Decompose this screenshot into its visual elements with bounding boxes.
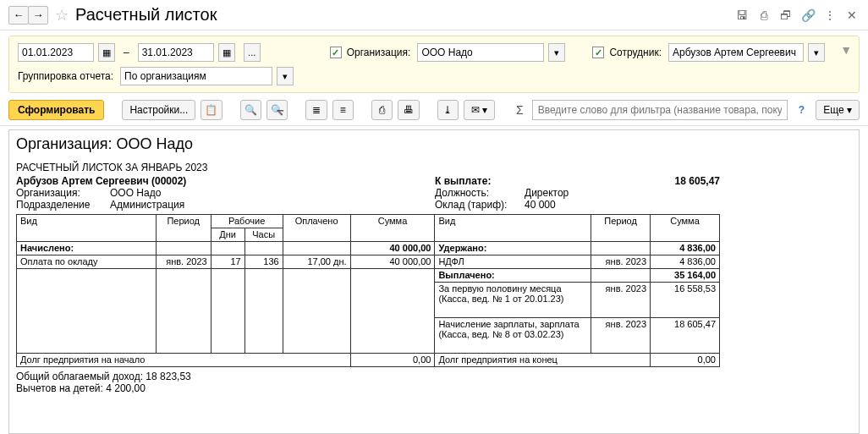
col-rabochie: Рабочие [211, 215, 283, 228]
dept-info-label: Подразделение [16, 199, 105, 211]
withheld-label: Удержано: [435, 242, 591, 255]
date-to-input[interactable] [138, 43, 214, 62]
payout-label: К выплате: [435, 175, 519, 187]
paid-row2-sum: 18 605,47 [651, 318, 720, 354]
accrued-row-period: янв. 2023 [156, 255, 211, 269]
debt-end-value: 0,00 [651, 354, 720, 367]
group-dropdown-button[interactable]: ▾ [277, 67, 294, 85]
org-info-value: ООО Надо [110, 187, 161, 199]
group-label: Группировка отчета: [18, 70, 113, 82]
link-icon[interactable]: 🔗 [800, 8, 816, 23]
more-button[interactable]: Еще ▾ [816, 100, 860, 120]
nav-forward-button[interactable]: → [28, 6, 48, 25]
deductions-line: Вычетов на детей: 4 200,00 [16, 382, 852, 394]
help-button[interactable]: ? [793, 100, 810, 120]
paid-row2-name: Начисление зарплаты, зарплата (Касса, ве… [435, 318, 591, 354]
withheld-row-sum: 4 836,00 [651, 255, 720, 269]
emp-select[interactable]: Арбузов Артем Сергеевич [668, 43, 804, 62]
org-dropdown-button[interactable]: ▾ [548, 43, 565, 62]
print-settings-button[interactable]: 🖶 [398, 100, 419, 120]
favorite-icon[interactable]: ☆ [55, 6, 69, 25]
org-label: Организация: [347, 47, 411, 58]
page-title: Расчетный листок [75, 5, 217, 25]
col-summa-right: Сумма [651, 215, 720, 242]
mail-button[interactable]: ✉ ▾ [464, 100, 495, 120]
salary-label: Оклад (тариф): [435, 199, 519, 211]
preview-icon[interactable]: 🗗 [778, 8, 794, 23]
save-icon[interactable]: 🖫 [734, 8, 750, 23]
debt-start-label: Долг предприятия на начало [17, 354, 351, 367]
accrued-total: 40 000,00 [350, 242, 435, 255]
paid-row1-name: За первую половину месяца (Касса, вед. №… [435, 283, 591, 318]
emp-checkbox[interactable]: ✓ [592, 47, 604, 58]
period-picker-button[interactable]: ... [244, 43, 261, 62]
report-viewport[interactable]: Организация: ООО Надо РАСЧЕТНЫЙ ЛИСТОК З… [8, 129, 860, 434]
accrued-row-days: 17 [211, 255, 244, 269]
paid-row2-period: янв. 2023 [591, 318, 651, 354]
col-vid-left: Вид [17, 215, 157, 242]
col-period-right: Период [591, 215, 651, 242]
col-dni: Дни [211, 228, 244, 242]
withheld-row-period: янв. 2023 [591, 255, 651, 269]
position-value: Директор [525, 187, 569, 199]
col-chasy: Часы [244, 228, 283, 242]
col-oplacheno: Оплачено [283, 215, 350, 242]
paid-label: Выплачено: [435, 269, 591, 283]
save-report-button[interactable]: ⤓ [437, 100, 459, 120]
accrued-row-sum: 40 000,00 [350, 255, 435, 269]
employee-name: Арбузов Артем Сергеевич (00002) [16, 175, 435, 187]
date-to-calendar-button[interactable]: ▦ [218, 43, 235, 62]
org-info-label: Организация: [16, 187, 105, 199]
copy-settings-button[interactable]: 📋 [201, 100, 222, 120]
accrued-label: Начислено: [17, 242, 157, 255]
org-select[interactable]: ООО Надо [417, 43, 544, 62]
paid-row1-sum: 16 558,53 [651, 283, 720, 318]
print-button[interactable]: ⎙ [371, 100, 393, 120]
col-vid-right: Вид [435, 215, 591, 242]
paid-row1-period: янв. 2023 [591, 283, 651, 318]
more-icon[interactable]: ⋮ [822, 8, 838, 23]
org-checkbox[interactable]: ✓ [330, 47, 342, 58]
emp-label: Сотрудник: [609, 47, 662, 58]
accrued-row-hours: 136 [244, 255, 283, 269]
paid-total: 35 164,00 [651, 269, 720, 283]
col-summa-left: Сумма [350, 215, 435, 242]
expand-button[interactable]: ≣ [305, 100, 327, 120]
date-from-input[interactable] [18, 43, 94, 62]
close-icon[interactable]: ✕ [844, 8, 860, 23]
withheld-total: 4 836,00 [651, 242, 720, 255]
taxable-income-line: Общий облагаемый доход: 18 823,53 [16, 371, 852, 382]
filter-icon[interactable]: ▼ [840, 43, 852, 57]
collapse-button[interactable]: ≡ [332, 100, 354, 120]
accrued-row-paid: 17,00 дн. [283, 255, 350, 269]
form-button[interactable]: Сформировать [8, 100, 104, 120]
date-dash: – [124, 47, 129, 58]
find-button[interactable]: 🔍 [240, 100, 261, 120]
report-org-title: Организация: ООО Надо [16, 135, 852, 153]
salary-value: 40 000 [525, 199, 556, 211]
payroll-table: Вид Период Рабочие Оплачено Сумма Вид Пе… [16, 214, 720, 367]
report-period-line: РАСЧЕТНЫЙ ЛИСТОК ЗА ЯНВАРЬ 2023 [16, 162, 852, 173]
payout-value: 18 605,47 [675, 175, 720, 187]
emp-dropdown-button[interactable]: ▾ [808, 43, 825, 62]
date-from-calendar-button[interactable]: ▦ [98, 43, 115, 62]
nav-back-button[interactable]: ← [8, 6, 29, 25]
accrued-row-name: Оплата по окладу [17, 255, 157, 269]
debt-start-value: 0,00 [350, 354, 435, 367]
group-select[interactable]: По организациям [120, 67, 272, 85]
withheld-row-name: НДФЛ [435, 255, 591, 269]
debt-end-label: Долг предприятия на конец [435, 354, 651, 367]
col-period-left: Период [156, 215, 211, 242]
position-label: Должность: [435, 187, 519, 199]
print-icon[interactable]: ⎙ [756, 8, 772, 23]
settings-button[interactable]: Настройки... [122, 100, 195, 120]
dept-info-value: Администрация [110, 199, 184, 211]
filter-search-input[interactable] [532, 100, 788, 120]
find-clear-button[interactable]: 🔍̶ [266, 100, 288, 120]
sigma-icon[interactable]: Σ [513, 103, 527, 117]
